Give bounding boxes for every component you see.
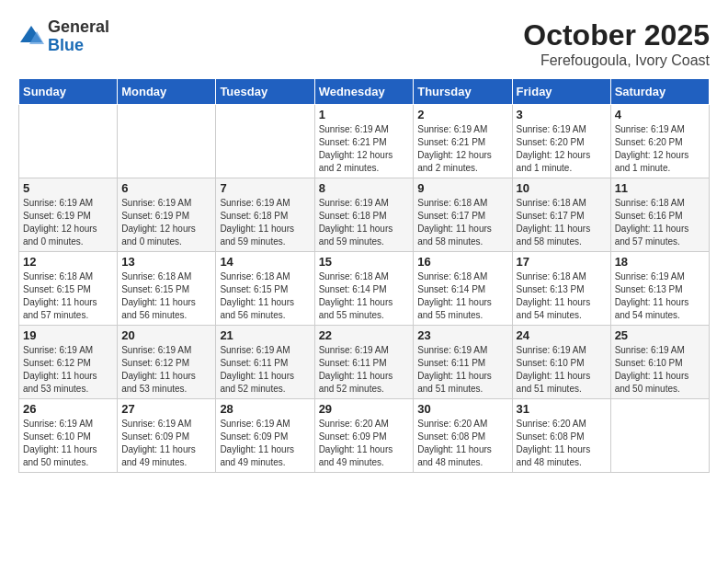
day-number: 24 xyxy=(517,328,607,342)
day-number: 15 xyxy=(319,255,410,269)
calendar-cell: 7Sunrise: 6:19 AM Sunset: 6:18 PM Daylig… xyxy=(216,178,314,252)
day-number: 14 xyxy=(220,255,310,269)
weekday-header-thursday: Thursday xyxy=(414,79,512,105)
day-number: 7 xyxy=(220,181,310,195)
day-number: 18 xyxy=(615,255,705,269)
calendar-cell: 19Sunrise: 6:19 AM Sunset: 6:12 PM Dayli… xyxy=(19,326,118,399)
calendar-cell: 18Sunrise: 6:19 AM Sunset: 6:13 PM Dayli… xyxy=(610,252,709,326)
calendar-cell: 6Sunrise: 6:19 AM Sunset: 6:19 PM Daylig… xyxy=(118,178,216,252)
day-info: Sunrise: 6:18 AM Sunset: 6:15 PM Dayligh… xyxy=(23,270,113,322)
calendar-header-row: SundayMondayTuesdayWednesdayThursdayFrid… xyxy=(19,79,710,105)
day-info: Sunrise: 6:19 AM Sunset: 6:09 PM Dayligh… xyxy=(220,418,310,469)
day-info: Sunrise: 6:19 AM Sunset: 6:11 PM Dayligh… xyxy=(417,344,507,396)
calendar-cell: 27Sunrise: 6:19 AM Sunset: 6:09 PM Dayli… xyxy=(118,399,216,473)
weekday-header-friday: Friday xyxy=(512,79,610,105)
calendar-cell: 11Sunrise: 6:18 AM Sunset: 6:16 PM Dayli… xyxy=(610,178,709,252)
day-info: Sunrise: 6:19 AM Sunset: 6:21 PM Dayligh… xyxy=(417,123,507,175)
day-info: Sunrise: 6:18 AM Sunset: 6:14 PM Dayligh… xyxy=(417,270,507,322)
calendar-cell: 13Sunrise: 6:18 AM Sunset: 6:15 PM Dayli… xyxy=(118,252,216,326)
logo-icon xyxy=(18,24,44,50)
day-info: Sunrise: 6:19 AM Sunset: 6:09 PM Dayligh… xyxy=(121,418,211,469)
calendar-cell: 30Sunrise: 6:20 AM Sunset: 6:08 PM Dayli… xyxy=(414,399,512,473)
day-info: Sunrise: 6:19 AM Sunset: 6:19 PM Dayligh… xyxy=(121,197,211,248)
calendar-cell: 20Sunrise: 6:19 AM Sunset: 6:12 PM Dayli… xyxy=(118,326,216,399)
calendar-cell xyxy=(19,105,118,178)
calendar-cell: 12Sunrise: 6:18 AM Sunset: 6:15 PM Dayli… xyxy=(19,252,118,326)
calendar-cell xyxy=(216,105,314,178)
day-info: Sunrise: 6:20 AM Sunset: 6:08 PM Dayligh… xyxy=(517,418,607,469)
day-number: 28 xyxy=(220,402,310,416)
calendar-cell: 22Sunrise: 6:19 AM Sunset: 6:11 PM Dayli… xyxy=(314,326,414,399)
day-info: Sunrise: 6:19 AM Sunset: 6:13 PM Dayligh… xyxy=(615,270,705,322)
day-info: Sunrise: 6:19 AM Sunset: 6:18 PM Dayligh… xyxy=(319,197,410,248)
calendar-cell: 25Sunrise: 6:19 AM Sunset: 6:10 PM Dayli… xyxy=(610,326,709,399)
day-number: 4 xyxy=(615,108,705,121)
location-title: Ferefougoula, Ivory Coast xyxy=(523,52,710,69)
day-number: 9 xyxy=(417,181,507,195)
calendar-cell: 17Sunrise: 6:18 AM Sunset: 6:13 PM Dayli… xyxy=(512,252,610,326)
day-number: 31 xyxy=(517,402,607,416)
calendar-table: SundayMondayTuesdayWednesdayThursdayFrid… xyxy=(18,78,710,473)
month-title: October 2025 xyxy=(523,18,710,52)
day-info: Sunrise: 6:19 AM Sunset: 6:10 PM Dayligh… xyxy=(517,344,607,396)
calendar-week-4: 19Sunrise: 6:19 AM Sunset: 6:12 PM Dayli… xyxy=(19,326,710,399)
calendar-cell: 1Sunrise: 6:19 AM Sunset: 6:21 PM Daylig… xyxy=(314,105,414,178)
day-info: Sunrise: 6:19 AM Sunset: 6:12 PM Dayligh… xyxy=(23,344,113,396)
weekday-header-monday: Monday xyxy=(118,79,216,105)
weekday-header-sunday: Sunday xyxy=(19,79,118,105)
calendar-cell xyxy=(610,399,709,473)
day-number: 6 xyxy=(121,181,211,195)
day-info: Sunrise: 6:19 AM Sunset: 6:10 PM Dayligh… xyxy=(615,344,705,396)
logo-general-text: General xyxy=(48,18,109,37)
day-info: Sunrise: 6:18 AM Sunset: 6:17 PM Dayligh… xyxy=(517,197,607,248)
day-number: 16 xyxy=(417,255,507,269)
calendar-cell: 23Sunrise: 6:19 AM Sunset: 6:11 PM Dayli… xyxy=(414,326,512,399)
day-number: 19 xyxy=(23,328,113,342)
calendar-cell: 14Sunrise: 6:18 AM Sunset: 6:15 PM Dayli… xyxy=(216,252,314,326)
day-info: Sunrise: 6:19 AM Sunset: 6:12 PM Dayligh… xyxy=(121,344,211,396)
calendar-cell: 29Sunrise: 6:20 AM Sunset: 6:09 PM Dayli… xyxy=(314,399,414,473)
day-number: 17 xyxy=(517,255,607,269)
calendar-cell: 16Sunrise: 6:18 AM Sunset: 6:14 PM Dayli… xyxy=(414,252,512,326)
day-info: Sunrise: 6:19 AM Sunset: 6:10 PM Dayligh… xyxy=(23,418,113,469)
page-header: General Blue October 2025 Ferefougoula, … xyxy=(18,18,710,69)
calendar-cell: 8Sunrise: 6:19 AM Sunset: 6:18 PM Daylig… xyxy=(314,178,414,252)
calendar-cell: 10Sunrise: 6:18 AM Sunset: 6:17 PM Dayli… xyxy=(512,178,610,252)
calendar-cell: 26Sunrise: 6:19 AM Sunset: 6:10 PM Dayli… xyxy=(19,399,118,473)
day-number: 5 xyxy=(23,181,113,195)
day-info: Sunrise: 6:19 AM Sunset: 6:11 PM Dayligh… xyxy=(319,344,410,396)
calendar-cell: 5Sunrise: 6:19 AM Sunset: 6:19 PM Daylig… xyxy=(19,178,118,252)
day-info: Sunrise: 6:18 AM Sunset: 6:15 PM Dayligh… xyxy=(121,270,211,322)
day-info: Sunrise: 6:19 AM Sunset: 6:18 PM Dayligh… xyxy=(220,197,310,248)
calendar-cell xyxy=(118,105,216,178)
day-info: Sunrise: 6:19 AM Sunset: 6:19 PM Dayligh… xyxy=(23,197,113,248)
calendar-week-3: 12Sunrise: 6:18 AM Sunset: 6:15 PM Dayli… xyxy=(19,252,710,326)
day-number: 1 xyxy=(319,108,410,121)
day-number: 27 xyxy=(121,402,211,416)
calendar-week-5: 26Sunrise: 6:19 AM Sunset: 6:10 PM Dayli… xyxy=(19,399,710,473)
weekday-header-saturday: Saturday xyxy=(610,79,709,105)
day-number: 25 xyxy=(615,328,705,342)
calendar-cell: 9Sunrise: 6:18 AM Sunset: 6:17 PM Daylig… xyxy=(414,178,512,252)
weekday-header-tuesday: Tuesday xyxy=(216,79,314,105)
day-number: 30 xyxy=(417,402,507,416)
day-number: 23 xyxy=(417,328,507,342)
calendar-cell: 31Sunrise: 6:20 AM Sunset: 6:08 PM Dayli… xyxy=(512,399,610,473)
day-info: Sunrise: 6:18 AM Sunset: 6:14 PM Dayligh… xyxy=(319,270,410,322)
calendar-cell: 4Sunrise: 6:19 AM Sunset: 6:20 PM Daylig… xyxy=(610,105,709,178)
weekday-header-wednesday: Wednesday xyxy=(314,79,414,105)
day-info: Sunrise: 6:20 AM Sunset: 6:08 PM Dayligh… xyxy=(417,418,507,469)
calendar-week-2: 5Sunrise: 6:19 AM Sunset: 6:19 PM Daylig… xyxy=(19,178,710,252)
day-number: 12 xyxy=(23,255,113,269)
calendar-week-1: 1Sunrise: 6:19 AM Sunset: 6:21 PM Daylig… xyxy=(19,105,710,178)
logo: General Blue xyxy=(18,18,109,55)
day-number: 3 xyxy=(517,108,607,121)
day-number: 10 xyxy=(517,181,607,195)
calendar-cell: 28Sunrise: 6:19 AM Sunset: 6:09 PM Dayli… xyxy=(216,399,314,473)
day-number: 21 xyxy=(220,328,310,342)
title-section: October 2025 Ferefougoula, Ivory Coast xyxy=(523,18,710,69)
calendar-cell: 21Sunrise: 6:19 AM Sunset: 6:11 PM Dayli… xyxy=(216,326,314,399)
calendar-cell: 3Sunrise: 6:19 AM Sunset: 6:20 PM Daylig… xyxy=(512,105,610,178)
day-info: Sunrise: 6:20 AM Sunset: 6:09 PM Dayligh… xyxy=(319,418,410,469)
day-number: 20 xyxy=(121,328,211,342)
